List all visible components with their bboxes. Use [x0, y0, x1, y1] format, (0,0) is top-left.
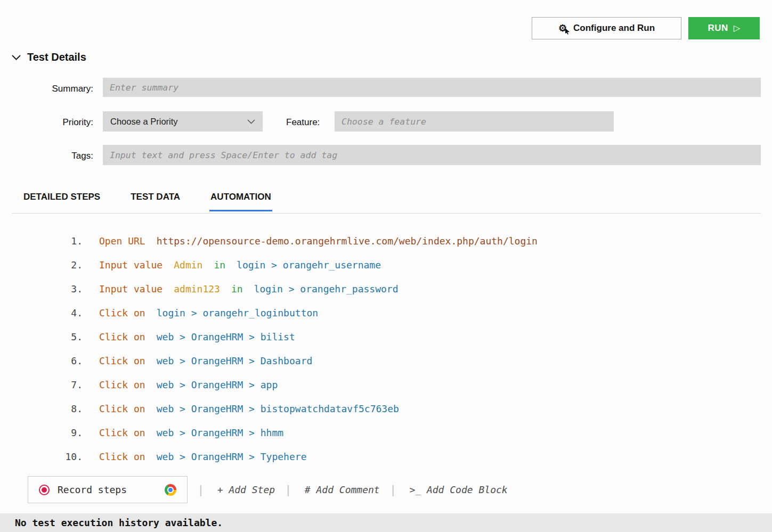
tab-test-data[interactable]: TEST DATA [129, 192, 181, 211]
step-segment-action: Click on [99, 355, 145, 366]
step-number: 10. [0, 451, 83, 462]
toolbar-separator: | [287, 483, 290, 497]
step-segment-value: Admin [174, 259, 202, 271]
record-icon [39, 485, 50, 495]
step-segment-action: Click on [99, 427, 145, 438]
run-label: RUN [708, 23, 728, 34]
step-segment-path: login > orangehr_password [254, 283, 399, 294]
tab-label: DETAILED STEPS [23, 192, 100, 202]
step-text: Click onweb > OrangeHRM > bistopwatchdat… [99, 403, 399, 414]
step-number: 4. [0, 307, 83, 318]
tab-label: AUTOMATION [210, 192, 271, 202]
step-segment-path: web > OrangeHRM > Typehere [157, 451, 307, 462]
tags-input[interactable] [103, 145, 761, 165]
automation-step[interactable]: 5. Click onweb > OrangeHRM > bilist [0, 325, 772, 349]
summary-input[interactable] [103, 78, 761, 97]
record-steps-button[interactable]: Record steps [28, 476, 188, 503]
configure-gear-icon: ⚙ [558, 23, 567, 33]
step-text: Click onweb > OrangeHRM > Typehere [99, 451, 306, 462]
step-segment-path: web > OrangeHRM > app [157, 379, 278, 390]
tab-label: TEST DATA [131, 192, 180, 202]
execution-history-bar: No test execution history available. [0, 513, 772, 532]
automation-step[interactable]: 4. Click onlogin > orangehr_loginbutton [0, 301, 772, 325]
step-segment-action: Click on [99, 451, 145, 462]
automation-step[interactable]: 9. Click onweb > OrangeHRM > hhmm [0, 421, 772, 445]
step-segment-action: Input value [99, 283, 162, 294]
step-segment-path: web > OrangeHRM > bistopwatchdatavf5c763… [157, 403, 399, 414]
test-case-page: ⚙ Configure and Run RUN ▷ Test Details S… [0, 0, 772, 532]
step-text: Click onweb > OrangeHRM > app [99, 379, 278, 390]
chevron-down-icon [12, 55, 21, 60]
section-title: Test Details [27, 51, 86, 63]
step-segment-path: web > OrangeHRM > Dashboard [157, 355, 313, 366]
step-number: 9. [0, 427, 83, 438]
step-segment-keyword: in [231, 283, 243, 294]
step-toolbar: | + Add Step | # Add Comment | >_ Add Co… [188, 476, 508, 503]
priority-select[interactable]: Choose a Priority [103, 111, 263, 132]
step-segment-value: admin123 [174, 283, 220, 294]
configure-and-run-button[interactable]: ⚙ Configure and Run [532, 17, 681, 39]
tags-label: Tags: [0, 151, 93, 161]
step-text: Click onweb > OrangeHRM > bilist [99, 331, 295, 342]
step-segment-url: https://opensource-demo.orangehrmlive.co… [157, 235, 538, 247]
automation-step[interactable]: 7. Click onweb > OrangeHRM > app [0, 373, 772, 397]
test-details-header[interactable]: Test Details [12, 51, 86, 63]
chrome-icon [165, 484, 176, 496]
step-number: 5. [0, 331, 83, 342]
automation-step[interactable]: 1. Open URLhttps://opensource-demo.orang… [0, 229, 772, 253]
step-text: Click onweb > OrangeHRM > Dashboard [99, 355, 312, 366]
step-number: 1. [0, 235, 83, 247]
step-segment-action: Click on [99, 379, 145, 390]
feature-input[interactable] [335, 111, 614, 132]
automation-step[interactable]: 6. Click onweb > OrangeHRM > Dashboard [0, 349, 772, 373]
cursor-icon [565, 28, 570, 35]
automation-steps-list: 1. Open URLhttps://opensource-demo.orang… [0, 229, 772, 469]
chevron-down-icon [247, 119, 255, 124]
step-segment-action: Open URL [99, 235, 145, 247]
step-text: Input valueAdmininlogin > orangehr_usern… [99, 259, 381, 271]
step-text: Click onlogin > orangehr_loginbutton [99, 307, 318, 318]
step-segment-path: login > orangehr_loginbutton [157, 307, 318, 318]
run-button[interactable]: RUN ▷ [688, 17, 760, 39]
step-number: 6. [0, 355, 83, 366]
add-comment-button[interactable]: # Add Comment [305, 484, 380, 495]
automation-step[interactable]: 10. Click onweb > OrangeHRM > Typehere [0, 445, 772, 469]
add-code-block-button[interactable]: >_ Add Code Block [409, 484, 507, 495]
step-text: Open URLhttps://opensource-demo.orangehr… [99, 235, 538, 247]
step-number: 7. [0, 379, 83, 390]
step-segment-action: Click on [99, 331, 145, 342]
step-segment-path: login > orangehr_username [237, 259, 381, 271]
add-step-button[interactable]: + Add Step [217, 484, 275, 495]
step-segment-action: Click on [99, 307, 145, 318]
automation-step[interactable]: 2. Input valueAdmininlogin > orangehr_us… [0, 253, 772, 277]
step-segment-path: web > OrangeHRM > hhmm [157, 427, 283, 438]
step-text: Input valueadmin123inlogin > orangehr_pa… [99, 283, 399, 294]
automation-step[interactable]: 3. Input valueadmin123inlogin > orangehr… [0, 277, 772, 301]
summary-label: Summary: [0, 84, 93, 94]
tabs-divider [12, 213, 761, 214]
step-number: 3. [0, 283, 83, 294]
priority-label: Priority: [0, 117, 93, 128]
step-number: 8. [0, 403, 83, 414]
tab-detailed-steps[interactable]: DETAILED STEPS [22, 192, 101, 211]
tab-automation[interactable]: AUTOMATION [209, 192, 272, 211]
step-segment-path: web > OrangeHRM > bilist [157, 331, 295, 342]
execution-history-status: No test execution history available. [15, 517, 223, 528]
feature-label: Feature: [286, 117, 320, 128]
priority-selected-value: Choose a Priority [110, 117, 178, 127]
play-icon: ▷ [734, 24, 741, 32]
step-segment-action: Input value [99, 259, 162, 271]
toolbar-separator: | [392, 483, 395, 497]
toolbar-separator: | [199, 483, 202, 497]
automation-step[interactable]: 8. Click onweb > OrangeHRM > bistopwatch… [0, 397, 772, 421]
step-text: Click onweb > OrangeHRM > hhmm [99, 427, 283, 438]
tabs: DETAILED STEPS TEST DATA AUTOMATION [22, 192, 272, 211]
step-segment-action: Click on [99, 403, 145, 414]
step-number: 2. [0, 259, 83, 271]
configure-and-run-label: Configure and Run [573, 23, 655, 34]
record-steps-label: Record steps [58, 484, 127, 495]
step-segment-keyword: in [214, 259, 225, 271]
